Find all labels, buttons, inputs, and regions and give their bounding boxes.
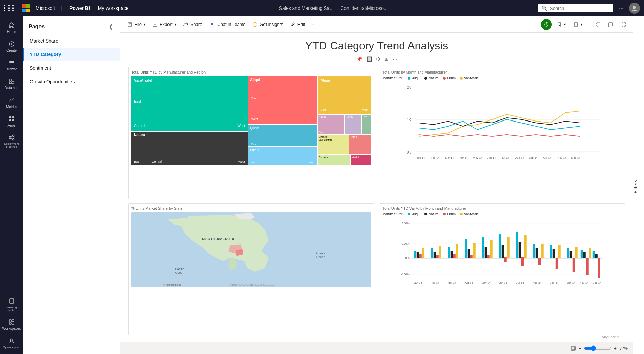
pin-icon[interactable]: 📌 — [356, 56, 362, 62]
fit-page-button[interactable] — [570, 345, 576, 351]
svg-rect-107 — [541, 244, 543, 258]
teams-icon — [209, 22, 215, 27]
pages-title: Pages — [29, 23, 45, 30]
toolbar-right: ▾ ▾ — [541, 19, 629, 30]
nav-home[interactable]: Home — [1, 19, 22, 36]
nav-deployment[interactable]: Deployment pipelines — [1, 131, 22, 151]
report-title: YTD Category Trend Analysis — [128, 39, 625, 52]
search-input[interactable] — [550, 6, 605, 11]
svg-text:Sep-14: Sep-14 — [549, 281, 558, 284]
zoom-slider[interactable] — [584, 345, 611, 351]
nav-my-workspace[interactable]: My workspace — [1, 335, 22, 351]
svg-text:1K: 1K — [407, 118, 411, 122]
map-svg: NORTH AMERICA Pacific Ocean Atlantic Oce… — [131, 212, 371, 287]
svg-rect-9 — [12, 79, 14, 81]
map-chart: % Units Market Share by State — [128, 203, 374, 335]
svg-rect-105 — [535, 248, 538, 258]
nav-workspaces[interactable]: Workspaces — [1, 316, 22, 333]
workspaces-icon — [8, 319, 15, 325]
expand-icon[interactable]: ⊞ — [385, 56, 389, 62]
svg-point-0 — [633, 6, 636, 9]
top-right-actions: 🔍 ··· — [538, 3, 640, 14]
nav-create[interactable]: Create — [1, 38, 22, 55]
svg-rect-85 — [450, 251, 453, 258]
page-ytd-category[interactable]: YTD Category — [23, 48, 120, 61]
page-growth-opportunities[interactable]: Growth Opportunities — [23, 75, 120, 88]
svg-rect-100 — [516, 232, 518, 258]
svg-text:Mar-14: Mar-14 — [448, 281, 456, 284]
filter-icon[interactable]: ⚙ — [376, 56, 381, 62]
nav-browse[interactable]: Browse — [1, 57, 22, 74]
svg-text:Jun-14: Jun-14 — [487, 156, 496, 159]
export-button[interactable]: Export ▾ — [149, 20, 179, 29]
zoom-out-button[interactable]: − — [579, 345, 581, 351]
svg-rect-112 — [567, 248, 569, 258]
svg-line-19 — [11, 136, 13, 137]
view-button[interactable]: ▾ — [570, 20, 585, 29]
more-options-button[interactable]: ··· — [617, 3, 625, 13]
svg-point-37 — [214, 23, 214, 24]
svg-rect-136 — [572, 347, 575, 350]
pages-collapse-button[interactable]: ❮ — [107, 22, 114, 31]
visual-more-icon[interactable]: ··· — [393, 56, 397, 62]
share-button[interactable]: Share — [180, 20, 205, 29]
svg-point-18 — [13, 139, 14, 140]
svg-rect-103 — [524, 235, 526, 258]
fullscreen-button[interactable] — [618, 20, 629, 29]
comment-button[interactable] — [605, 20, 616, 29]
avatar[interactable] — [629, 3, 640, 14]
svg-rect-77 — [416, 252, 419, 258]
svg-text:Ocean: Ocean — [316, 255, 325, 259]
zoom-controls: − + 77% — [570, 345, 628, 351]
svg-text:Ocean: Ocean — [175, 271, 184, 274]
insights-button[interactable]: Get insights — [249, 20, 286, 29]
svg-rect-78 — [419, 254, 421, 258]
focus-icon[interactable]: 🔲 — [366, 56, 372, 62]
treemap-pomum: Pomum — [318, 155, 350, 165]
charts-top: Total Units YTD by Manufacturer and Regi… — [128, 67, 625, 199]
zoom-in-button[interactable]: + — [614, 345, 617, 351]
bookmark-button[interactable]: ▾ — [554, 20, 568, 29]
nav-metrics[interactable]: Metrics — [1, 94, 22, 111]
toolbar-more-button[interactable]: ··· — [309, 20, 318, 29]
svg-rect-118 — [586, 258, 588, 275]
svg-text:200%: 200% — [402, 222, 409, 225]
insights-label: Get insights — [260, 22, 283, 27]
page-market-share[interactable]: Market Share — [23, 34, 120, 48]
export-icon — [152, 22, 158, 27]
nav-deployment-label: Deployment pipelines — [3, 142, 20, 148]
svg-text:0K: 0K — [407, 150, 411, 154]
page-sentiment[interactable]: Sentiment — [23, 61, 120, 75]
waffle-menu[interactable] — [4, 5, 15, 11]
treemap-leo: Leo — [362, 115, 371, 134]
reload-button[interactable] — [592, 20, 603, 29]
workspace-name[interactable]: My workspace — [98, 5, 128, 11]
line-chart-svg: 2K 1K 0K Jan-14 Feb-14 Mar-14 Apr-14 — [383, 82, 622, 160]
svg-text:Jan-14: Jan-14 — [414, 281, 422, 284]
svg-rect-27 — [12, 320, 14, 321]
knowledge-icon — [8, 297, 15, 304]
filters-label[interactable]: Filters — [633, 180, 638, 193]
edit-button[interactable]: Edit — [287, 20, 308, 29]
create-icon — [8, 41, 15, 47]
map-visual: NORTH AMERICA Pacific Ocean Atlantic Oce… — [131, 212, 371, 287]
insights-icon — [252, 22, 258, 27]
nav-knowledge[interactable]: Knowledge center — [1, 295, 22, 315]
svg-rect-25 — [9, 320, 11, 322]
file-button[interactable]: File ▾ — [124, 20, 148, 29]
nav-data-hub[interactable]: Data hub — [1, 75, 22, 93]
svg-rect-96 — [499, 234, 501, 258]
main-layout: Home Create Browse — [0, 16, 644, 354]
search-box[interactable]: 🔍 — [538, 4, 613, 12]
sensitivity-label[interactable]: Confidential\Microso... — [340, 5, 388, 11]
refresh-button[interactable] — [541, 19, 552, 30]
svg-rect-120 — [592, 251, 595, 258]
svg-text:Jun-14: Jun-14 — [499, 281, 507, 284]
nav-apps[interactable]: Apps — [1, 113, 22, 130]
svg-text:100%: 100% — [402, 242, 409, 245]
chat-button[interactable]: Chat in Teams — [206, 20, 248, 29]
svg-rect-116 — [580, 250, 583, 258]
my-workspace-icon — [8, 337, 15, 344]
nav-my-workspace-label: My workspace — [3, 345, 20, 349]
svg-rect-108 — [550, 245, 552, 258]
